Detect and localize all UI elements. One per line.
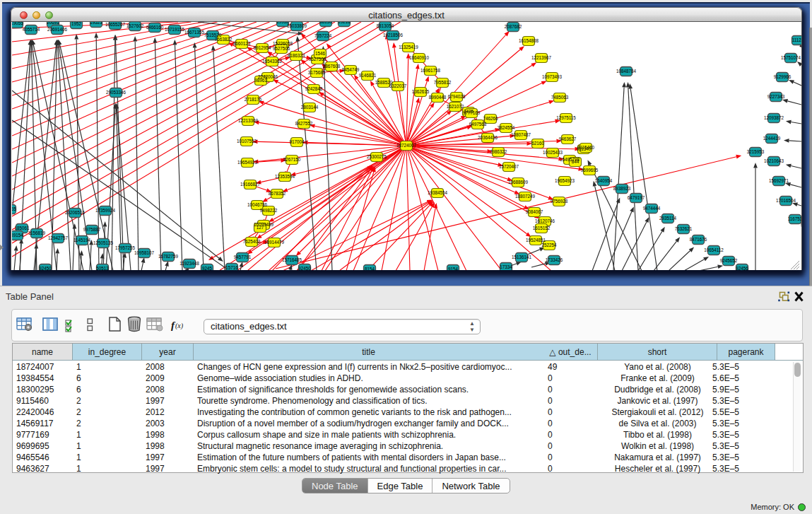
svg-text:11123: 11123 <box>792 37 801 42</box>
svg-text:8154: 8154 <box>365 267 375 270</box>
svg-text:2087682: 2087682 <box>505 24 522 29</box>
svg-text:9777169: 9777169 <box>463 110 481 115</box>
svg-text:3175685: 3175685 <box>308 70 326 75</box>
svg-text:19166827: 19166827 <box>240 182 261 187</box>
svg-text:9245652: 9245652 <box>720 258 738 263</box>
svg-text:8454749: 8454749 <box>342 67 360 72</box>
svg-text:8813054: 8813054 <box>377 23 394 28</box>
svg-text:2803144: 2803144 <box>301 105 319 110</box>
svg-text:10654112: 10654112 <box>704 247 724 252</box>
svg-text:127: 127 <box>257 225 264 230</box>
svg-text:8678352: 8678352 <box>269 191 286 196</box>
svg-text:8990448: 8990448 <box>429 95 447 100</box>
svg-text:7955812: 7955812 <box>434 80 452 85</box>
svg-text:6794028: 6794028 <box>448 94 466 99</box>
svg-text:19523: 19523 <box>90 22 102 25</box>
svg-text:18807249: 18807249 <box>515 194 536 199</box>
svg-text:20691406: 20691406 <box>47 27 68 32</box>
svg-text:3215953: 3215953 <box>747 149 765 154</box>
svg-text:1156819: 1156819 <box>28 230 46 235</box>
svg-text:7357224: 7357224 <box>314 33 332 38</box>
svg-text:17016504: 17016504 <box>776 198 796 203</box>
svg-text:15226058: 15226058 <box>273 41 293 46</box>
svg-text:19654923: 19654923 <box>237 160 258 165</box>
svg-text:7625402: 7625402 <box>243 239 261 244</box>
svg-text:10688609: 10688609 <box>508 180 529 185</box>
svg-text:8471676: 8471676 <box>690 237 707 242</box>
svg-text:12975115: 12975115 <box>556 115 576 120</box>
svg-text:1362615: 1362615 <box>412 89 430 94</box>
svg-text:11923448: 11923448 <box>180 261 199 266</box>
svg-text:62160: 62160 <box>531 141 544 146</box>
svg-text:1640954: 1640954 <box>595 178 613 183</box>
svg-text:8186323: 8186323 <box>288 53 305 58</box>
svg-text:15720407: 15720407 <box>499 164 519 169</box>
svg-text:18724007: 18724007 <box>396 143 417 148</box>
svg-text:12093872: 12093872 <box>764 115 784 120</box>
svg-text:10807487: 10807487 <box>511 132 531 137</box>
svg-text:16782759: 16782759 <box>158 254 179 259</box>
svg-text:185061: 185061 <box>14 226 30 230</box>
svg-text:19524851: 19524851 <box>526 238 546 243</box>
svg-text:9146821: 9146821 <box>359 73 377 78</box>
svg-text:19654923: 19654923 <box>555 178 575 183</box>
svg-text:9527506: 9527506 <box>273 46 290 51</box>
svg-text:1615152: 1615152 <box>533 226 551 230</box>
svg-text:16961758: 16961758 <box>420 68 441 73</box>
svg-text:9527508: 9527508 <box>309 57 326 62</box>
svg-text:16154808: 16154808 <box>519 38 539 43</box>
svg-text:25300275: 25300275 <box>367 154 387 159</box>
svg-text:12213967: 12213967 <box>531 55 552 60</box>
svg-text:8912954: 8912954 <box>254 45 271 50</box>
svg-text:9227343: 9227343 <box>767 94 785 99</box>
svg-text:17359924: 17359924 <box>95 208 116 213</box>
svg-text:20364436: 20364436 <box>478 135 498 140</box>
svg-text:844: 844 <box>572 159 579 164</box>
svg-text:10210643: 10210643 <box>764 158 784 163</box>
svg-text:6322037: 6322037 <box>389 83 407 88</box>
svg-text:9975887: 9975887 <box>83 227 101 232</box>
svg-text:9699695: 9699695 <box>581 168 599 173</box>
svg-text:98961: 98961 <box>254 78 267 83</box>
svg-text:8267150: 8267150 <box>283 157 301 162</box>
svg-text:16543362: 16543362 <box>262 59 283 64</box>
svg-text:20691: 20691 <box>47 22 59 25</box>
svg-text:92450: 92450 <box>298 266 311 270</box>
svg-text:26265: 26265 <box>12 206 16 211</box>
svg-text:10848784: 10848784 <box>616 69 637 74</box>
svg-text:50513: 50513 <box>96 266 109 270</box>
svg-text:12505135: 12505135 <box>93 240 114 245</box>
svg-text:7485063: 7485063 <box>551 95 569 100</box>
svg-text:15751074: 15751074 <box>781 55 801 60</box>
svg-text:9242848: 9242848 <box>305 86 323 91</box>
svg-text:8427552: 8427552 <box>295 121 313 126</box>
svg-text:9154: 9154 <box>448 267 459 270</box>
svg-text:2867608: 2867608 <box>323 64 341 69</box>
svg-text:17334: 17334 <box>500 264 512 269</box>
svg-text:6479197: 6479197 <box>628 195 645 200</box>
svg-text:9457791: 9457791 <box>234 255 252 259</box>
svg-text:9129966: 9129966 <box>774 74 792 79</box>
svg-text:15716: 15716 <box>225 265 238 270</box>
svg-text:(x): (x) <box>175 322 184 330</box>
svg-text:10655267: 10655267 <box>105 22 126 27</box>
svg-text:15136141: 15136141 <box>512 255 532 259</box>
svg-text:88130: 88130 <box>319 22 332 24</box>
svg-text:10958107: 10958107 <box>134 250 155 255</box>
svg-text:12353594: 12353594 <box>275 174 295 179</box>
svg-text:7632621: 7632621 <box>675 226 693 231</box>
svg-text:15692971: 15692971 <box>769 178 789 183</box>
svg-text:3824554: 3824554 <box>498 125 515 130</box>
svg-text:6466160: 6466160 <box>146 25 164 30</box>
svg-text:1145194: 1145194 <box>73 238 91 243</box>
svg-text:1733426: 1733426 <box>546 257 563 262</box>
svg-text:19055: 19055 <box>12 22 23 25</box>
svg-text:9474444: 9474444 <box>643 206 661 211</box>
svg-text:15716485: 15716485 <box>282 257 302 262</box>
svg-text:11325419: 11325419 <box>399 45 418 49</box>
svg-text:9498222: 9498222 <box>260 208 278 213</box>
svg-text:7986322: 7986322 <box>490 149 507 154</box>
svg-text:19218506: 19218506 <box>383 33 404 37</box>
svg-text:6497568: 6497568 <box>469 122 487 127</box>
svg-text:16120746: 16120746 <box>535 218 555 223</box>
